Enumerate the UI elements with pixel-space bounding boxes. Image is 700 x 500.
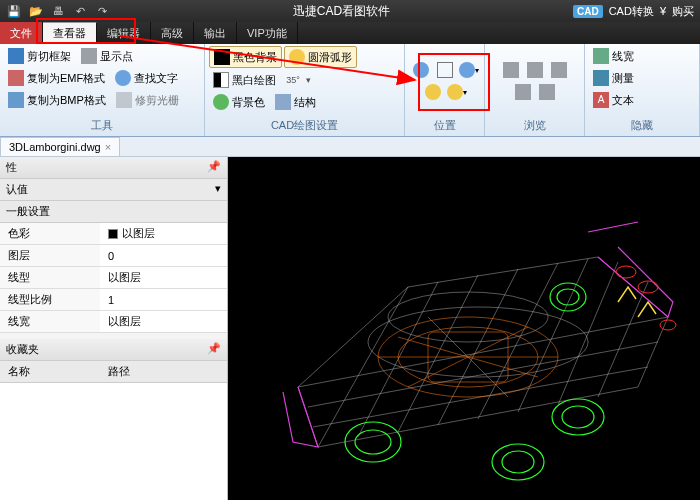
search-icon — [115, 70, 131, 86]
wireframe-model — [228, 157, 700, 500]
chevron-down-icon: ▾ — [463, 88, 467, 97]
buy-link[interactable]: 购买 — [672, 4, 694, 19]
prop-row-linetype[interactable]: 线型 以图层 — [0, 267, 227, 289]
close-icon[interactable]: × — [105, 141, 111, 153]
browse-3-button[interactable] — [548, 60, 570, 80]
copy-emf-button[interactable]: 复制为EMF格式 — [4, 68, 109, 88]
text-icon: A — [593, 92, 609, 108]
svg-line-11 — [313, 367, 648, 427]
tab-editor[interactable]: 编辑器 — [97, 22, 151, 44]
pan-button[interactable]: ▾ — [446, 82, 468, 102]
browse-icon — [515, 84, 531, 100]
bg-color-button[interactable]: 背景色 — [209, 92, 269, 112]
lineweight-icon — [593, 48, 609, 64]
document-tabs: 3DLamborgini.dwg × — [0, 137, 700, 157]
pin-icon[interactable]: 📌 — [207, 342, 221, 357]
svg-point-27 — [552, 399, 604, 435]
cut-frame-button[interactable]: 剪切框架 — [4, 46, 75, 66]
emf-icon — [8, 70, 24, 86]
title-right: CAD CAD转换 ¥ 购买 — [573, 4, 694, 19]
show-point-button[interactable]: 显示点 — [77, 46, 137, 66]
structure-icon — [275, 94, 291, 110]
orbit-button[interactable] — [422, 82, 444, 102]
svg-line-8 — [598, 282, 648, 397]
chevron-down-icon: ▾ — [475, 66, 479, 75]
ribbon-group-cad-settings: 黑色背景 圆滑弧形 黑白绘图 35° ▾ 背景色 结构 CAD绘图设置 — [205, 44, 405, 136]
svg-point-28 — [562, 406, 594, 428]
lineweight-button[interactable]: 线宽 — [589, 46, 638, 66]
browse-icon — [551, 62, 567, 78]
drawing-canvas[interactable] — [228, 157, 700, 500]
ribbon-tabs: 文件 查看器 编辑器 高级 输出 VIP功能 — [0, 22, 700, 44]
pin-icon[interactable]: 📌 — [207, 160, 221, 175]
tab-viewer[interactable]: 查看器 — [43, 22, 97, 44]
prop-row-ltscale[interactable]: 线型比例 1 — [0, 289, 227, 311]
black-bg-button[interactable]: 黑色背景 — [209, 46, 282, 68]
group-label-position: 位置 — [409, 116, 480, 136]
zoom-out-icon — [459, 62, 475, 78]
structure-button[interactable]: 结构 — [271, 92, 320, 112]
tab-vip[interactable]: VIP功能 — [237, 22, 298, 44]
point-icon — [81, 48, 97, 64]
find-text-button[interactable]: 查找文字 — [111, 68, 182, 88]
prop-row-lineweight[interactable]: 线宽 以图层 — [0, 311, 227, 333]
svg-line-3 — [398, 275, 478, 432]
browse-2-button[interactable] — [524, 60, 546, 80]
svg-point-26 — [355, 430, 391, 454]
tab-advanced[interactable]: 高级 — [151, 22, 194, 44]
redo-icon[interactable]: ↷ — [94, 3, 110, 19]
panel-sub: 认值 ▾ — [0, 179, 227, 201]
undo-icon[interactable]: ↶ — [72, 3, 88, 19]
smooth-arc-button[interactable]: 圆滑弧形 — [284, 46, 357, 68]
svg-point-22 — [616, 266, 636, 278]
scissors-icon — [8, 48, 24, 64]
browse-1-button[interactable] — [500, 60, 522, 80]
ribbon-group-browse: 浏览 — [485, 44, 585, 136]
group-label-cad: CAD绘图设置 — [209, 116, 400, 136]
properties-panel: 性 📌 认值 ▾ 一般设置 色彩 以图层 图层 0 线型 以图层 线型比例 1 … — [0, 157, 228, 500]
cad-badge: CAD — [573, 5, 603, 18]
prop-row-color[interactable]: 色彩 以图层 — [0, 223, 227, 245]
zoom-out-button[interactable]: ▾ — [458, 60, 480, 80]
document-tab[interactable]: 3DLamborgini.dwg × — [0, 137, 120, 156]
color-swatch — [108, 229, 118, 239]
currency-icon: ¥ — [660, 5, 666, 17]
ribbon-group-position: ▾ ▾ 位置 — [405, 44, 485, 136]
section-general: 一般设置 — [0, 201, 227, 223]
bmp-icon — [8, 92, 24, 108]
browse-icon — [503, 62, 519, 78]
svg-point-31 — [550, 283, 586, 311]
svg-line-21 — [588, 222, 638, 232]
bgcolor-icon — [213, 94, 229, 110]
browse-5-button[interactable] — [536, 82, 558, 102]
cad-convert-link[interactable]: CAD转换 — [609, 4, 654, 19]
save-icon[interactable]: 💾 — [6, 3, 22, 19]
text-button[interactable]: A文本 — [589, 90, 638, 110]
zoom-window-button[interactable] — [434, 60, 456, 80]
col-path: 路径 — [100, 361, 138, 382]
group-label-hide: 隐藏 — [589, 116, 695, 136]
zoom-extents-button[interactable] — [410, 60, 432, 80]
svg-point-29 — [492, 444, 544, 480]
open-icon[interactable]: 📂 — [28, 3, 44, 19]
prop-row-layer[interactable]: 图层 0 — [0, 245, 227, 267]
tab-file[interactable]: 文件 — [0, 22, 43, 44]
zoom-window-icon — [437, 62, 453, 78]
svg-point-24 — [660, 320, 676, 330]
measure-button[interactable]: 测量 — [589, 68, 638, 88]
svg-point-23 — [638, 281, 658, 293]
chevron-down-icon[interactable]: ▾ — [306, 75, 311, 85]
svg-point-25 — [345, 422, 401, 462]
tab-output[interactable]: 输出 — [194, 22, 237, 44]
angle-button[interactable]: 35° — [282, 70, 304, 90]
trim-raster-button[interactable]: 修剪光栅 — [112, 90, 183, 110]
browse-4-button[interactable] — [512, 82, 534, 102]
pan-icon — [447, 84, 463, 100]
app-title: 迅捷CAD看图软件 — [110, 3, 573, 20]
chevron-down-icon[interactable]: ▾ — [215, 182, 221, 197]
bw-draw-button[interactable]: 黑白绘图 — [209, 70, 280, 90]
raster-icon — [116, 92, 132, 108]
panel-title: 性 — [6, 160, 17, 175]
print-icon[interactable]: 🖶 — [50, 3, 66, 19]
copy-bmp-button[interactable]: 复制为BMP格式 — [4, 90, 110, 110]
